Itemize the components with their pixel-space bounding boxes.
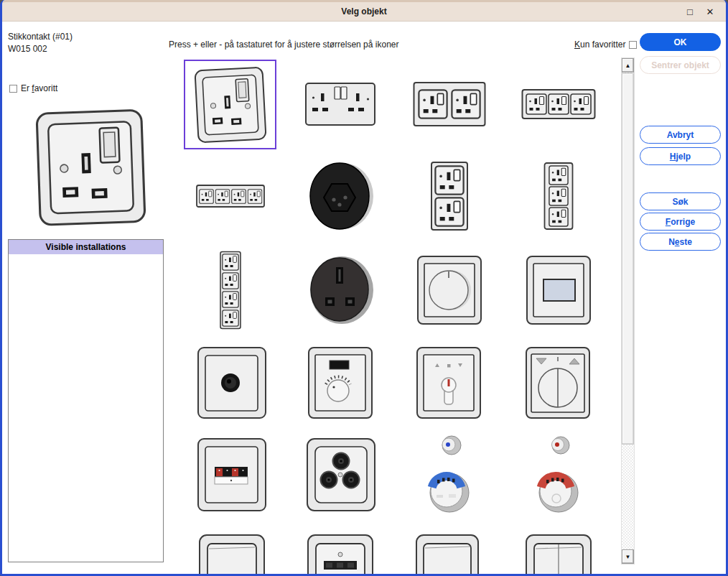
icon-size-instruction: Press + eller - på tastaturet for å just…	[169, 40, 398, 50]
rotary-vent-switch-icon	[524, 345, 592, 421]
socket-3g-vertical-icon	[543, 162, 574, 231]
grid-item-socket-round-black-uk[interactable]	[308, 255, 374, 325]
grid-item-display-plate[interactable]	[525, 254, 592, 327]
key-switch-icon	[415, 345, 482, 421]
light-switch-double-icon	[523, 529, 594, 574]
socket-1g-switched-icon	[195, 65, 266, 145]
grid-item-socket-2g-vertical[interactable]	[430, 161, 469, 231]
grid-item-dimmer-rotary[interactable]	[416, 254, 483, 327]
previous-button[interactable]: Forrige	[640, 213, 721, 231]
grid-scrollbar[interactable]: ▲ ▼	[621, 57, 635, 565]
scrollbar-thumb[interactable]	[622, 73, 634, 445]
only-favorites-label: Kun favoritter	[574, 40, 625, 50]
grid-item-light-switch-with-screw[interactable]	[305, 529, 375, 574]
grid-item-push-button-meter-blue[interactable]	[427, 433, 472, 516]
grid-item-speaker-terminal-plate[interactable]	[196, 435, 268, 514]
window-title: Velg objekt	[341, 6, 386, 17]
only-favorites-row[interactable]: Kun favoritter	[574, 40, 637, 50]
grid-item-rotary-vent-switch[interactable]	[524, 345, 592, 421]
grid-item-light-switch[interactable]	[196, 529, 268, 574]
search-button[interactable]: Søk	[640, 192, 721, 210]
grid-item-socket-3g-strip[interactable]	[521, 88, 596, 121]
grid-item-socket-round-black-hex[interactable]	[308, 162, 374, 231]
dialog-client-area: Stikkontakt (#01) W015 002 Er favoritt V…	[2, 22, 726, 574]
speaker-terminal-plate-icon	[196, 435, 268, 514]
socket-2g-wide-gang-icon	[413, 81, 486, 127]
close-icon[interactable]: ✕	[703, 6, 717, 19]
next-button[interactable]: Neste	[640, 233, 721, 251]
grid-item-socket-4g-vertical[interactable]	[220, 251, 241, 330]
cancel-button[interactable]: Avbryt	[640, 126, 721, 144]
socket-3g-strip-icon	[521, 88, 596, 121]
center-object-button: Sentrer objekt	[640, 56, 721, 74]
grid-item-socket-4g-strip[interactable]	[196, 184, 265, 208]
scroll-down-icon[interactable]: ▼	[622, 549, 634, 564]
visible-installations-header: Visible installations	[9, 240, 163, 254]
grid-item-coax-triple-socket[interactable]	[305, 435, 377, 514]
light-switch-plain-icon	[414, 529, 480, 574]
grid-item-socket-3g-vertical[interactable]	[543, 162, 574, 231]
grid-item-socket-2g-switched[interactable]	[304, 78, 376, 131]
socket-2g-vertical-icon	[430, 161, 469, 231]
help-button[interactable]: Hjelp	[640, 147, 721, 165]
favorite-checkbox-label: Er favoritt	[21, 83, 57, 93]
grid-item-socket-1g-switched[interactable]	[184, 60, 276, 149]
object-preview-image	[28, 106, 157, 230]
grid-item-key-switch[interactable]	[415, 345, 482, 421]
grid-item-light-switch-plain[interactable]	[414, 529, 480, 574]
socket-round-black-uk-icon	[308, 255, 374, 325]
light-switch-with-screw-icon	[305, 529, 375, 574]
visible-installations-list[interactable]: Visible installations	[8, 239, 164, 562]
grid-item-socket-2g-wide-gang[interactable]	[413, 81, 486, 127]
coax-triple-socket-icon	[305, 435, 377, 514]
grid-item-tv-antenna-socket[interactable]	[196, 345, 268, 421]
favorite-checkbox-row[interactable]: Er favoritt	[9, 83, 57, 93]
only-favorites-checkbox[interactable]	[629, 41, 637, 49]
push-button-meter-blue-icon	[427, 433, 472, 516]
grid-item-push-button-meter-red[interactable]	[536, 433, 581, 516]
object-preview	[28, 106, 157, 230]
object-code: W015 002	[8, 44, 47, 54]
velg-objekt-dialog: Velg objekt □ ✕ Stikkontakt (#01) W015 0…	[0, 0, 728, 576]
title-bar[interactable]: Velg objekt □ ✕	[2, 0, 726, 22]
push-button-meter-red-icon	[536, 433, 581, 516]
socket-2g-switched-icon	[304, 78, 376, 131]
maximize-icon[interactable]: □	[683, 6, 697, 19]
socket-4g-strip-icon	[196, 184, 265, 208]
dimmer-rotary-icon	[416, 254, 483, 327]
scroll-up-icon[interactable]: ▲	[622, 58, 634, 73]
thermostat-dial-icon	[307, 345, 374, 421]
light-switch-icon	[197, 529, 267, 574]
grid-item-thermostat-dial[interactable]	[307, 345, 374, 421]
object-name: Stikkontakt (#01)	[8, 32, 73, 42]
socket-4g-vertical-icon	[220, 251, 241, 330]
grid-item-light-switch-double[interactable]	[523, 529, 594, 574]
display-plate-icon	[525, 254, 592, 327]
socket-round-black-hex-icon	[308, 162, 374, 231]
favorite-checkbox[interactable]	[9, 85, 17, 93]
tv-antenna-socket-icon	[196, 345, 268, 421]
ok-button[interactable]: OK	[640, 33, 721, 51]
